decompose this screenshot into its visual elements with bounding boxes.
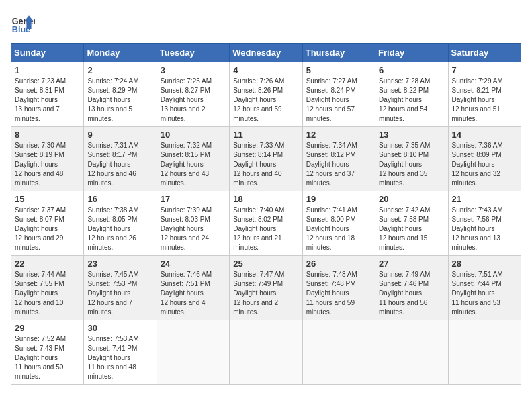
- day-number: 15: [15, 194, 80, 204]
- day-info: Sunrise: 7:47 AM Sunset: 7:49 PM Dayligh…: [233, 270, 298, 317]
- calendar-cell: 18 Sunrise: 7:40 AM Sunset: 8:02 PM Dayl…: [230, 191, 302, 256]
- calendar-cell: [230, 320, 302, 385]
- day-number: 16: [87, 194, 152, 204]
- day-info: Sunrise: 7:35 AM Sunset: 8:10 PM Dayligh…: [379, 141, 444, 188]
- calendar-cell: 16 Sunrise: 7:38 AM Sunset: 8:05 PM Dayl…: [84, 191, 157, 256]
- page-header: General Blue: [11, 11, 521, 35]
- day-info: Sunrise: 7:27 AM Sunset: 8:24 PM Dayligh…: [306, 77, 371, 124]
- calendar-cell: 5 Sunrise: 7:27 AM Sunset: 8:24 PM Dayli…: [302, 62, 375, 127]
- day-number: 11: [233, 130, 298, 140]
- day-number: 19: [306, 194, 371, 204]
- col-header-thursday: Thursday: [302, 44, 375, 62]
- day-number: 23: [87, 259, 152, 269]
- day-info: Sunrise: 7:42 AM Sunset: 7:58 PM Dayligh…: [379, 205, 444, 253]
- day-number: 8: [15, 130, 80, 140]
- calendar-cell: 8 Sunrise: 7:30 AM Sunset: 8:19 PM Dayli…: [11, 127, 84, 191]
- day-number: 12: [306, 130, 371, 140]
- day-number: 10: [161, 130, 226, 140]
- calendar-cell: 20 Sunrise: 7:42 AM Sunset: 7:58 PM Dayl…: [375, 191, 448, 256]
- col-header-saturday: Saturday: [448, 44, 521, 62]
- day-info: Sunrise: 7:45 AM Sunset: 7:53 PM Dayligh…: [87, 270, 152, 317]
- day-info: Sunrise: 7:23 AM Sunset: 8:31 PM Dayligh…: [15, 77, 80, 124]
- calendar-cell: 14 Sunrise: 7:36 AM Sunset: 8:09 PM Dayl…: [448, 127, 521, 191]
- calendar-cell: 9 Sunrise: 7:31 AM Sunset: 8:17 PM Dayli…: [84, 127, 157, 191]
- calendar-cell: 28 Sunrise: 7:51 AM Sunset: 7:44 PM Dayl…: [448, 256, 521, 320]
- calendar-cell: 21 Sunrise: 7:43 AM Sunset: 7:56 PM Dayl…: [448, 191, 521, 256]
- logo: General Blue: [11, 11, 39, 35]
- calendar-cell: [302, 320, 375, 385]
- calendar-cell: 2 Sunrise: 7:24 AM Sunset: 8:29 PM Dayli…: [84, 62, 157, 127]
- calendar-cell: 12 Sunrise: 7:34 AM Sunset: 8:12 PM Dayl…: [302, 127, 375, 191]
- day-info: Sunrise: 7:44 AM Sunset: 7:55 PM Dayligh…: [15, 270, 80, 317]
- day-info: Sunrise: 7:34 AM Sunset: 8:12 PM Dayligh…: [306, 141, 371, 188]
- day-number: 28: [452, 259, 517, 269]
- day-info: Sunrise: 7:25 AM Sunset: 8:27 PM Dayligh…: [161, 77, 226, 124]
- day-info: Sunrise: 7:51 AM Sunset: 7:44 PM Dayligh…: [452, 270, 517, 317]
- day-info: Sunrise: 7:48 AM Sunset: 7:48 PM Dayligh…: [306, 270, 371, 317]
- day-info: Sunrise: 7:49 AM Sunset: 7:46 PM Dayligh…: [379, 270, 444, 317]
- day-number: 26: [306, 259, 371, 269]
- calendar-cell: 27 Sunrise: 7:49 AM Sunset: 7:46 PM Dayl…: [375, 256, 448, 320]
- col-header-sunday: Sunday: [11, 44, 84, 62]
- day-number: 25: [233, 259, 298, 269]
- day-number: 1: [15, 65, 80, 75]
- calendar-cell: 30 Sunrise: 7:53 AM Sunset: 7:41 PM Dayl…: [84, 320, 157, 385]
- day-info: Sunrise: 7:46 AM Sunset: 7:51 PM Dayligh…: [161, 270, 226, 317]
- calendar-cell: 15 Sunrise: 7:37 AM Sunset: 8:07 PM Dayl…: [11, 191, 84, 256]
- day-info: Sunrise: 7:30 AM Sunset: 8:19 PM Dayligh…: [15, 141, 80, 188]
- calendar-cell: [375, 320, 448, 385]
- day-number: 2: [87, 65, 152, 75]
- day-number: 4: [233, 65, 298, 75]
- day-number: 18: [233, 194, 298, 204]
- day-info: Sunrise: 7:36 AM Sunset: 8:09 PM Dayligh…: [452, 141, 517, 188]
- day-number: 13: [379, 130, 444, 140]
- calendar-cell: 13 Sunrise: 7:35 AM Sunset: 8:10 PM Dayl…: [375, 127, 448, 191]
- day-info: Sunrise: 7:39 AM Sunset: 8:03 PM Dayligh…: [161, 205, 226, 253]
- calendar-cell: 19 Sunrise: 7:41 AM Sunset: 8:00 PM Dayl…: [302, 191, 375, 256]
- day-number: 27: [379, 259, 444, 269]
- col-header-tuesday: Tuesday: [157, 44, 229, 62]
- logo-icon: General Blue: [11, 11, 35, 35]
- calendar-cell: 1 Sunrise: 7:23 AM Sunset: 8:31 PM Dayli…: [11, 62, 84, 127]
- calendar-cell: 26 Sunrise: 7:48 AM Sunset: 7:48 PM Dayl…: [302, 256, 375, 320]
- calendar-cell: 23 Sunrise: 7:45 AM Sunset: 7:53 PM Dayl…: [84, 256, 157, 320]
- calendar-cell: [448, 320, 521, 385]
- calendar-cell: 7 Sunrise: 7:29 AM Sunset: 8:21 PM Dayli…: [448, 62, 521, 127]
- day-info: Sunrise: 7:28 AM Sunset: 8:22 PM Dayligh…: [379, 77, 444, 124]
- day-number: 29: [15, 323, 80, 333]
- day-info: Sunrise: 7:37 AM Sunset: 8:07 PM Dayligh…: [15, 205, 80, 253]
- day-info: Sunrise: 7:33 AM Sunset: 8:14 PM Dayligh…: [233, 141, 298, 188]
- col-header-wednesday: Wednesday: [230, 44, 302, 62]
- col-header-monday: Monday: [84, 44, 157, 62]
- col-header-friday: Friday: [375, 44, 448, 62]
- calendar-cell: 6 Sunrise: 7:28 AM Sunset: 8:22 PM Dayli…: [375, 62, 448, 127]
- day-info: Sunrise: 7:40 AM Sunset: 8:02 PM Dayligh…: [233, 205, 298, 253]
- day-number: 6: [379, 65, 444, 75]
- day-number: 14: [452, 130, 517, 140]
- calendar-cell: 11 Sunrise: 7:33 AM Sunset: 8:14 PM Dayl…: [230, 127, 302, 191]
- calendar-cell: 25 Sunrise: 7:47 AM Sunset: 7:49 PM Dayl…: [230, 256, 302, 320]
- day-info: Sunrise: 7:53 AM Sunset: 7:41 PM Dayligh…: [87, 334, 152, 381]
- day-number: 30: [87, 323, 152, 333]
- calendar-cell: 29 Sunrise: 7:52 AM Sunset: 7:43 PM Dayl…: [11, 320, 84, 385]
- day-number: 5: [306, 65, 371, 75]
- day-info: Sunrise: 7:38 AM Sunset: 8:05 PM Dayligh…: [87, 205, 152, 253]
- day-number: 24: [161, 259, 226, 269]
- calendar-cell: 24 Sunrise: 7:46 AM Sunset: 7:51 PM Dayl…: [157, 256, 229, 320]
- day-number: 20: [379, 194, 444, 204]
- day-number: 22: [15, 259, 80, 269]
- day-info: Sunrise: 7:29 AM Sunset: 8:21 PM Dayligh…: [452, 77, 517, 124]
- day-number: 17: [161, 194, 226, 204]
- day-number: 9: [87, 130, 152, 140]
- day-info: Sunrise: 7:32 AM Sunset: 8:15 PM Dayligh…: [161, 141, 226, 188]
- calendar-cell: 4 Sunrise: 7:26 AM Sunset: 8:26 PM Dayli…: [230, 62, 302, 127]
- calendar-cell: 3 Sunrise: 7:25 AM Sunset: 8:27 PM Dayli…: [157, 62, 229, 127]
- calendar-table: SundayMondayTuesdayWednesdayThursdayFrid…: [11, 43, 521, 385]
- calendar-cell: 17 Sunrise: 7:39 AM Sunset: 8:03 PM Dayl…: [157, 191, 229, 256]
- day-info: Sunrise: 7:52 AM Sunset: 7:43 PM Dayligh…: [15, 334, 80, 381]
- day-info: Sunrise: 7:43 AM Sunset: 7:56 PM Dayligh…: [452, 205, 517, 253]
- calendar-cell: 10 Sunrise: 7:32 AM Sunset: 8:15 PM Dayl…: [157, 127, 229, 191]
- day-info: Sunrise: 7:31 AM Sunset: 8:17 PM Dayligh…: [87, 141, 152, 188]
- day-info: Sunrise: 7:26 AM Sunset: 8:26 PM Dayligh…: [233, 77, 298, 124]
- day-info: Sunrise: 7:41 AM Sunset: 8:00 PM Dayligh…: [306, 205, 371, 253]
